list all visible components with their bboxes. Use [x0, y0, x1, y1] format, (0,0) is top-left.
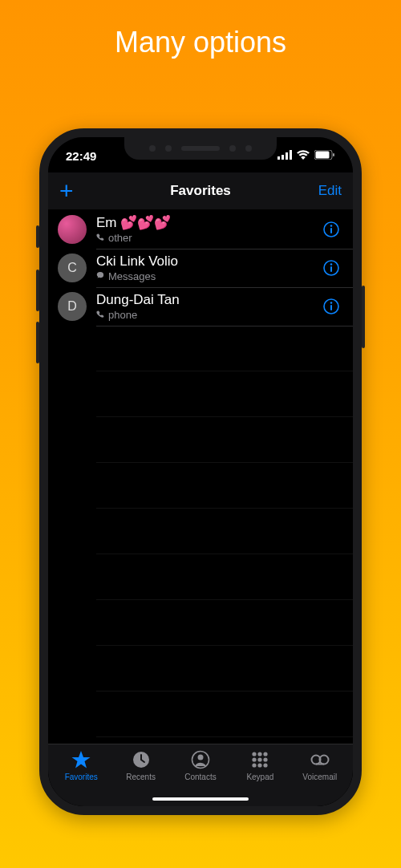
avatar [58, 215, 87, 244]
empty-row [96, 371, 353, 417]
favorite-row[interactable]: CCki Link VolioMessages [48, 249, 353, 287]
svg-point-9 [197, 755, 203, 761]
svg-point-15 [264, 757, 268, 761]
svg-rect-0 [277, 156, 280, 160]
volume-up-button[interactable] [36, 270, 39, 311]
tab-label: Favorites [65, 773, 98, 781]
empty-row [96, 417, 353, 463]
empty-row [96, 646, 353, 692]
add-button[interactable]: + [59, 179, 74, 203]
svg-rect-1 [282, 155, 284, 160]
contact-name: Cki Link Volio [96, 254, 319, 270]
info-button[interactable] [319, 294, 343, 318]
empty-row [96, 463, 353, 509]
mute-switch[interactable] [36, 225, 39, 248]
info-button[interactable] [319, 256, 343, 280]
tab-recents[interactable]: Recents [112, 749, 170, 781]
tab-label: Contacts [184, 773, 216, 781]
avatar: C [58, 254, 87, 282]
tab-label: Recents [126, 773, 156, 781]
info-icon [322, 221, 340, 238]
empty-row [96, 692, 353, 737]
info-icon [322, 259, 340, 277]
avatar: D [58, 292, 87, 321]
svg-point-16 [253, 763, 257, 767]
tab-favorites[interactable]: Favorites [52, 749, 110, 781]
favorite-row[interactable]: DDung-Dai Tanphone [48, 287, 353, 326]
info-button[interactable] [319, 217, 343, 241]
navigation-bar: + Favorites Edit [48, 172, 353, 209]
voicemail-icon [310, 749, 330, 770]
empty-row [96, 600, 353, 646]
volume-down-button[interactable] [36, 322, 39, 363]
svg-point-18 [264, 763, 268, 767]
empty-row [96, 509, 353, 554]
svg-rect-6 [333, 153, 334, 156]
keypad-icon [249, 749, 270, 770]
power-button[interactable] [362, 286, 365, 348]
tab-label: Voicemail [302, 773, 337, 781]
empty-row [96, 554, 353, 600]
contact-subtype: phone [96, 309, 319, 321]
notch [124, 137, 277, 160]
edit-button[interactable]: Edit [318, 183, 342, 199]
svg-point-17 [258, 763, 262, 767]
svg-point-10 [253, 752, 257, 756]
info-icon [322, 298, 340, 315]
home-indicator[interactable] [152, 797, 249, 801]
svg-point-12 [264, 752, 268, 756]
phone-icon [96, 310, 105, 319]
svg-rect-5 [316, 152, 330, 159]
tab-contacts[interactable]: Contacts [172, 749, 229, 781]
svg-point-11 [258, 752, 262, 756]
wifi-icon [297, 150, 310, 160]
status-time: 22:49 [66, 149, 96, 163]
contact-name: Em 💕💕💕 [96, 214, 319, 231]
empty-row [96, 737, 353, 744]
svg-rect-3 [290, 150, 292, 160]
page-title: Favorites [170, 183, 231, 199]
recents-icon [131, 749, 152, 770]
contacts-icon [190, 749, 211, 770]
phone-icon [96, 233, 105, 242]
favorites-list: Em 💕💕💕otherCCki Link VolioMessagesDDung-… [48, 209, 353, 744]
favorite-row[interactable]: Em 💕💕💕other [48, 209, 353, 249]
page-heading: Many options [0, 0, 401, 59]
contact-subtype: Messages [96, 270, 319, 282]
empty-row [96, 326, 353, 371]
cellular-icon [277, 150, 292, 160]
tab-voicemail[interactable]: Voicemail [291, 749, 349, 781]
tab-keypad[interactable]: Keypad [231, 749, 289, 781]
svg-point-14 [258, 757, 262, 761]
message-icon [96, 272, 105, 281]
phone-frame: 22:49 + Favorites Edit Em 💕💕💕otherCCki L… [39, 128, 362, 815]
svg-rect-2 [286, 152, 288, 160]
favorites-icon [71, 749, 91, 770]
svg-point-13 [253, 757, 257, 761]
tab-label: Keypad [246, 773, 273, 781]
contact-name: Dung-Dai Tan [96, 292, 319, 308]
contact-subtype: other [96, 232, 319, 244]
battery-icon [314, 150, 335, 160]
